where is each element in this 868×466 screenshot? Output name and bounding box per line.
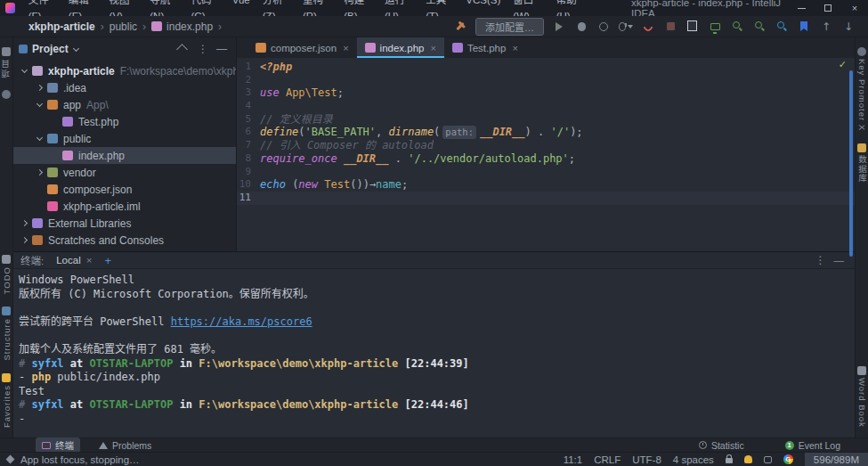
stripe-button-数据库[interactable]: 数据库 xyxy=(856,143,868,184)
stripe-button-structure[interactable]: Structure xyxy=(2,307,12,361)
run-configurations-dropdown[interactable]: 添加配置… xyxy=(475,18,544,36)
tree-item--idea[interactable]: .idea xyxy=(13,79,236,96)
caret-position[interactable]: 11:1 xyxy=(564,454,583,465)
search-icon[interactable] xyxy=(730,20,744,34)
stripe-button-项目[interactable]: 项目 xyxy=(0,47,12,78)
stripe-button-todo[interactable]: TODO xyxy=(2,255,12,294)
project-view-title[interactable]: Project xyxy=(32,43,69,55)
readonly-lock-icon[interactable] xyxy=(726,458,733,463)
chevron-down-icon xyxy=(628,25,633,29)
editor-tab-index-php[interactable]: index.php× xyxy=(357,37,444,58)
indent-setting[interactable]: 4 spaces xyxy=(673,454,714,465)
stripe-button-favorites[interactable]: Favorites xyxy=(2,373,12,428)
tree-item-vendor[interactable]: vendor xyxy=(13,164,236,181)
breadcrumb-item-1[interactable]: public xyxy=(110,20,137,33)
toolwindow-button-problems[interactable]: Problems xyxy=(93,439,158,452)
tree-item-test-php[interactable]: Test.php xyxy=(13,113,236,130)
stripe-button-key-promoter-x[interactable]: Key Promoter X xyxy=(857,47,867,131)
profiler-icon[interactable] xyxy=(619,20,633,34)
tree-item-xkphp-article-iml[interactable]: xkphp-article.iml xyxy=(13,198,236,215)
collapse-panel-icon[interactable] xyxy=(176,44,188,55)
stop-icon[interactable] xyxy=(663,20,677,34)
stripe-button-word-book[interactable]: Word Book xyxy=(857,366,867,428)
preview-icon[interactable] xyxy=(708,20,722,34)
stripe-button-circle[interactable] xyxy=(2,90,11,99)
editor-scrollbar[interactable] xyxy=(849,70,853,257)
debug-icon[interactable] xyxy=(574,20,588,34)
panel-options-icon[interactable]: ⋮ xyxy=(193,43,213,55)
nav-back-icon[interactable]: ↑ xyxy=(819,20,833,34)
compare-icon[interactable] xyxy=(685,20,700,34)
chevron-down-icon[interactable] xyxy=(73,45,79,51)
toolwindow-button-statistic[interactable]: Statistic xyxy=(693,439,750,452)
code-token: dirname xyxy=(389,126,434,139)
tree-expander-icon[interactable] xyxy=(21,67,28,73)
nav-forward-icon[interactable]: ↓ xyxy=(841,20,856,34)
tree-item-external-libraries[interactable]: External Libraries xyxy=(13,215,236,232)
tree-expander-icon[interactable] xyxy=(21,220,28,226)
code-token xyxy=(280,86,286,100)
breadcrumb-item-2[interactable]: index.php xyxy=(166,20,213,33)
terminal-line-8: - php public/index.php xyxy=(19,371,855,385)
toolwindow-button-终端[interactable]: 终端 xyxy=(36,437,80,453)
minimize-button[interactable] xyxy=(788,0,815,16)
terminal-tab-local[interactable]: Local × xyxy=(53,255,95,266)
search-replace-icon[interactable] xyxy=(752,20,767,34)
new-terminal-icon[interactable]: + xyxy=(104,254,111,267)
attach-debugger-icon[interactable] xyxy=(641,20,655,34)
tree-expander-icon[interactable] xyxy=(37,85,43,91)
tree-item-label: vendor xyxy=(63,167,96,179)
coverage-icon[interactable] xyxy=(596,20,611,34)
code-token: require_once xyxy=(260,152,337,166)
build-hammer-icon[interactable] xyxy=(453,20,467,34)
tree-item-index-php[interactable]: index.php xyxy=(13,147,236,164)
tree-item-public[interactable]: public xyxy=(13,130,236,147)
editor-tab-test-php[interactable]: Test.php× xyxy=(444,37,526,58)
translate-g-icon[interactable]: G xyxy=(783,454,793,464)
find-everywhere-icon[interactable] xyxy=(775,20,789,34)
todo-icon xyxy=(2,255,11,264)
warning-icon xyxy=(99,442,108,449)
plugin-icon[interactable] xyxy=(764,456,772,463)
code-editor[interactable]: ✓ 1<?php23use App\Test;45// 定义根目录6define… xyxy=(237,58,855,251)
code-line-5: 5// 定义根目录 xyxy=(237,113,855,127)
code-token xyxy=(318,178,324,192)
terminal-link[interactable]: https://aka.ms/pscore6 xyxy=(171,315,312,328)
bookmark-icon[interactable] xyxy=(797,20,811,34)
tree-item-xkphp-article[interactable]: xkphp-articleF:\workspace\demo\xkphp-art… xyxy=(13,62,236,79)
run-icon[interactable] xyxy=(552,20,566,34)
php-class-icon xyxy=(452,43,463,53)
tree-item-scratches-and-consoles[interactable]: Scratches and Consoles xyxy=(13,232,236,249)
tree-expander-icon[interactable] xyxy=(37,135,43,141)
code-token: '/' xyxy=(550,126,570,139)
run-toolbar: 添加配置… ↑ ↓ xyxy=(453,18,856,36)
tree-item-composer-json[interactable]: composer.json xyxy=(13,181,236,198)
line-separator[interactable]: CRLF xyxy=(594,454,621,465)
file-encoding[interactable]: UTF-8 xyxy=(632,454,661,465)
editor-tab-composer-json[interactable]: composer.json× xyxy=(247,37,357,58)
maximize-button[interactable] xyxy=(815,0,841,16)
hide-terminal-icon[interactable]: — xyxy=(831,255,848,266)
ide-window: 文件(F)编辑(E)视图(V)导航(N)代码(C)Vue分析(Z)重构(R)构建… xyxy=(0,0,868,466)
breadcrumb-item-0[interactable]: xkphp-article xyxy=(28,20,95,33)
close-icon[interactable]: × xyxy=(343,43,348,53)
close-icon[interactable]: × xyxy=(512,43,517,53)
inspection-ok-icon[interactable]: ✓ xyxy=(839,59,847,70)
tree-expander-icon[interactable] xyxy=(37,169,43,176)
hide-panel-icon[interactable]: — xyxy=(213,43,231,55)
code-line-7: 7// 引入 Composer 的 autoload xyxy=(237,139,855,152)
memory-indicator[interactable]: 596/989M xyxy=(805,453,868,466)
chev-spacer xyxy=(53,153,57,158)
terminal-output[interactable]: Windows PowerShell版权所有 (C) Microsoft Cor… xyxy=(13,269,855,437)
notification-icon[interactable] xyxy=(744,455,752,463)
close-icon[interactable]: × xyxy=(86,255,93,266)
tree-expander-icon[interactable] xyxy=(37,101,43,107)
close-button[interactable]: × xyxy=(841,0,868,16)
tree-expander-icon[interactable] xyxy=(21,237,28,243)
close-icon[interactable]: × xyxy=(430,43,435,53)
tool-windows-toggle-icon[interactable] xyxy=(6,455,15,464)
toolwindow-button-event-log[interactable]: 1Event Log xyxy=(779,439,847,452)
terminal-options-icon[interactable]: ⋮ xyxy=(811,254,831,266)
terminal-line-11: - xyxy=(19,413,855,427)
tree-item-app[interactable]: appApp\ xyxy=(13,96,236,113)
